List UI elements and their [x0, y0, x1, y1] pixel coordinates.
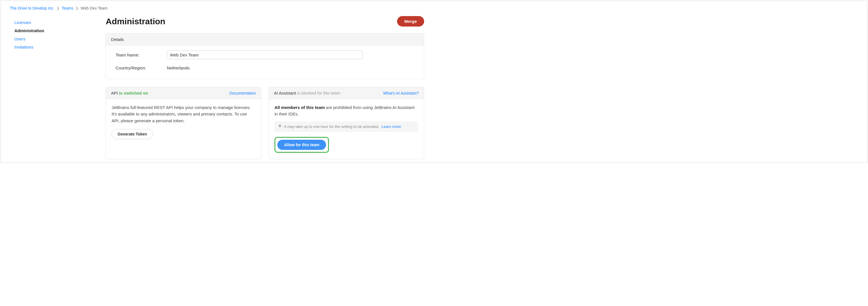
- generate-token-button[interactable]: Generate Token: [112, 129, 153, 139]
- api-status: is switched on: [119, 91, 148, 95]
- details-header-label: Details: [111, 37, 124, 42]
- details-card: Details Team Name: Country/Region: Nethe…: [106, 33, 424, 79]
- api-description: JetBrains full-featured REST API helps y…: [112, 104, 255, 124]
- ai-assistant-card: AI Assistant is blocked for this team Wh…: [269, 87, 424, 159]
- lightbulb-icon: [278, 124, 282, 129]
- sidebar-item-invitations[interactable]: Invitations: [10, 43, 94, 51]
- breadcrumb: The Drive to Develop Inc. ❯ Teams ❯ Web …: [1, 1, 867, 13]
- sidebar-item-licenses[interactable]: Licenses: [10, 18, 94, 27]
- api-header: API is switched on: [111, 91, 148, 95]
- breadcrumb-org[interactable]: The Drive to Develop Inc.: [10, 6, 54, 10]
- ai-label: AI Assistant: [274, 91, 296, 95]
- sidebar-item-administration[interactable]: Administration: [10, 27, 94, 35]
- merge-button[interactable]: Merge: [397, 16, 424, 27]
- details-header: Details: [106, 34, 424, 46]
- team-name-label: Team Name:: [116, 53, 167, 57]
- sidebar: Licenses Administration Users Invitation…: [10, 16, 94, 159]
- documentation-link[interactable]: Documentation: [229, 91, 256, 95]
- ai-description: All members of this team are prohibited …: [275, 104, 418, 117]
- sidebar-item-users[interactable]: Users: [10, 35, 94, 43]
- chevron-right-icon: ❯: [75, 6, 79, 10]
- breadcrumb-current: Web Dev Team: [81, 6, 107, 10]
- team-name-input[interactable]: [167, 51, 363, 59]
- ai-header: AI Assistant is blocked for this team: [274, 91, 340, 95]
- ai-info-text: It may take up to one hour for the setti…: [284, 124, 379, 129]
- whats-ai-assistant-link[interactable]: What's AI Assistant?: [383, 91, 419, 95]
- allow-highlight: Allow for this team: [275, 137, 329, 153]
- learn-more-link[interactable]: Learn more: [381, 124, 401, 129]
- breadcrumb-teams[interactable]: Teams: [62, 6, 73, 10]
- ai-desc-bold: All members of this team: [275, 105, 324, 110]
- ai-info-bar: It may take up to one hour for the setti…: [275, 121, 418, 132]
- api-label: API: [111, 91, 118, 95]
- allow-for-this-team-button[interactable]: Allow for this team: [277, 140, 326, 150]
- api-card: API is switched on Documentation JetBrai…: [106, 87, 261, 159]
- country-value: Netherlands: [167, 65, 190, 70]
- country-label: Country/Region:: [116, 65, 167, 70]
- page-title: Administration: [106, 17, 165, 26]
- chevron-right-icon: ❯: [57, 6, 59, 10]
- ai-status: is blocked for this team: [297, 91, 340, 95]
